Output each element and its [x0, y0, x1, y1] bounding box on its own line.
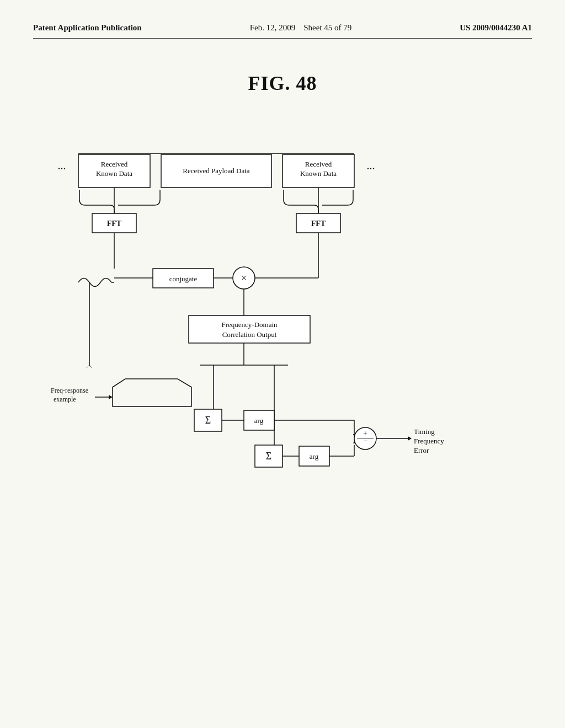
- arg2-label: arg: [310, 452, 319, 461]
- fft1-label: FFT: [107, 220, 122, 228]
- output-arrow-head: [408, 436, 412, 441]
- received-known-data-left-line2: Known Data: [96, 169, 132, 178]
- received-known-data-right-line1: Received: [305, 160, 332, 168]
- wavy-signal: [78, 279, 111, 287]
- page-header: Patent Application Publication Feb. 12, …: [33, 22, 532, 39]
- brace-left-known-to-fft1: [79, 190, 114, 213]
- arrow-head-1: [87, 365, 89, 368]
- freq-response-label-line2: example: [54, 395, 76, 403]
- publication-label: Patent Application Publication: [33, 22, 142, 34]
- freq-response-label-line1: Freq-response: [51, 387, 88, 394]
- brace-right-known-right-to-fft2: [322, 190, 353, 205]
- frequency-label: Frequency: [414, 437, 444, 445]
- figure-title: FIG. 48: [33, 72, 532, 95]
- received-known-data-left-line1: Received: [101, 160, 128, 168]
- received-payload-data-label: Received Payload Data: [183, 167, 250, 175]
- diagram-area: text { font-family: 'Times New Roman', T…: [45, 128, 520, 525]
- page: Patent Application Publication Feb. 12, …: [0, 0, 565, 728]
- brace-right-known-to-fft2: [284, 190, 318, 213]
- timing-label: Timing: [414, 427, 435, 436]
- date-sheet-label: Feb. 12, 2009 Sheet 45 of 79: [250, 22, 352, 34]
- patent-number-label: US 2009/0044230 A1: [460, 22, 532, 34]
- diagram-svg: text { font-family: 'Times New Roman', T…: [45, 128, 520, 525]
- conjugate-label: conjugate: [169, 275, 198, 283]
- freq-response-arrow-head: [109, 395, 113, 399]
- freq-response-shape: [113, 379, 191, 406]
- sum2-label: Σ: [266, 451, 271, 462]
- freq-domain-line2: Correlation Output: [222, 330, 277, 339]
- combiner-plus: +: [363, 429, 367, 437]
- ellipsis-left: ...: [58, 159, 66, 172]
- combiner-minus: −: [363, 437, 367, 445]
- received-known-data-right-line2: Known Data: [300, 169, 337, 178]
- freq-domain-line1: Frequency-Domain: [221, 320, 278, 329]
- multiply-label: ×: [241, 272, 247, 283]
- ellipsis-right: ...: [367, 159, 375, 172]
- brace-payload-left-to-fft1: [118, 190, 160, 205]
- date-label: Feb. 12, 2009: [250, 23, 296, 32]
- arg1-label: arg: [254, 416, 264, 425]
- freq-domain-box: [189, 315, 310, 343]
- fft2-label: FFT: [311, 220, 326, 228]
- arrow-head-2: [89, 365, 92, 368]
- error-label: Error: [414, 446, 429, 454]
- sum1-label: Σ: [205, 415, 211, 426]
- sheet-label: Sheet 45 of 79: [303, 23, 351, 32]
